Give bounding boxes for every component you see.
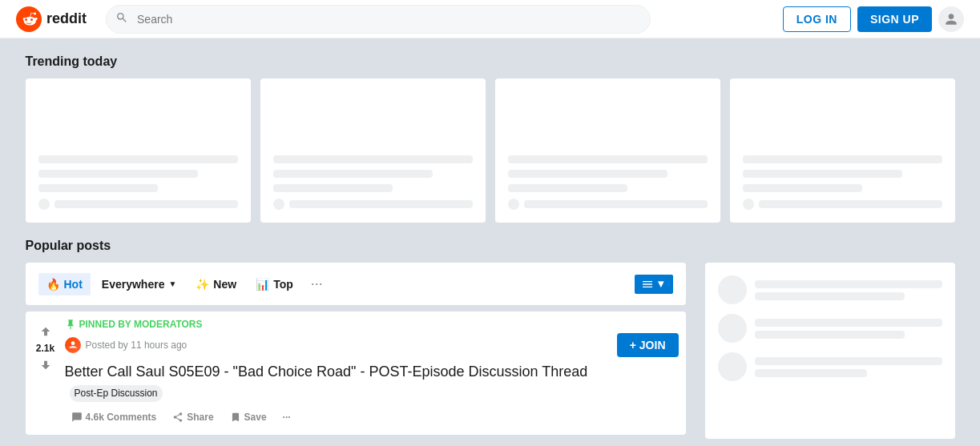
sidebar-skeleton <box>718 275 942 381</box>
signup-button[interactable]: SIGN UP <box>857 6 932 32</box>
post-card[interactable]: 2.1k PINNED BY MODERATORS Posted b <box>26 311 686 435</box>
skeleton <box>508 155 708 163</box>
sidebar-skeleton-row <box>718 275 942 304</box>
posted-by-text: Posted by 11 hours ago <box>86 340 188 351</box>
comments-label: 4.6k Comments <box>86 412 157 423</box>
save-icon <box>230 412 241 423</box>
skeleton <box>38 199 238 210</box>
upvote-icon <box>39 325 52 338</box>
skeleton <box>38 199 50 210</box>
popular-section: 🔥 Hot Everywhere ▼ ✨ New 📊 Top ··· <box>26 263 955 439</box>
skeleton-lines <box>755 319 942 339</box>
skeleton <box>508 184 627 192</box>
sidebar <box>705 263 955 439</box>
skeleton <box>755 280 942 288</box>
header-actions: LOG IN SIGN UP <box>783 6 964 32</box>
downvote-icon <box>39 359 52 372</box>
everywhere-label: Everywhere <box>102 278 165 291</box>
share-button[interactable]: Share <box>166 407 220 428</box>
top-filter-button[interactable]: 📊 Top <box>248 273 301 295</box>
fire-icon: 🔥 <box>46 278 60 291</box>
post-actions: 4.6k Comments Share Save ··· <box>65 407 679 428</box>
pinned-label: PINNED BY MODERATORS <box>65 319 679 330</box>
search-area <box>106 5 651 34</box>
save-label: Save <box>244 412 267 423</box>
skeleton-dot <box>718 275 747 304</box>
layout-controls: ▼ <box>635 275 672 294</box>
layout-toggle-button[interactable]: ▼ <box>635 275 672 294</box>
user-menu-icon[interactable] <box>938 6 964 32</box>
skeleton <box>759 200 942 208</box>
hot-filter-button[interactable]: 🔥 Hot <box>38 273 91 295</box>
trending-card-2[interactable] <box>260 78 486 223</box>
skeleton <box>508 170 667 178</box>
skeleton <box>755 319 942 327</box>
site-header: reddit LOG IN SIGN UP <box>0 0 980 38</box>
post-flair[interactable]: Post-Ep Discussion <box>70 385 163 402</box>
skeleton <box>508 199 708 210</box>
bar-chart-icon: 📊 <box>256 278 269 291</box>
login-button[interactable]: LOG IN <box>783 6 851 32</box>
svg-point-3 <box>71 341 75 345</box>
posts-area: 🔥 Hot Everywhere ▼ ✨ New 📊 Top ··· <box>26 263 686 439</box>
avatar-icon <box>67 340 79 351</box>
sidebar-card <box>705 263 955 439</box>
trending-card-1[interactable] <box>26 78 251 223</box>
post-body: PINNED BY MODERATORS Posted by 11 hours … <box>65 319 679 428</box>
svg-point-1 <box>25 18 27 21</box>
comments-button[interactable]: 4.6k Comments <box>65 407 163 428</box>
skeleton <box>38 184 158 192</box>
trending-card-3[interactable] <box>495 78 720 223</box>
skeleton <box>743 184 862 192</box>
poster-avatar <box>65 337 81 353</box>
skeleton <box>38 170 198 178</box>
skeleton <box>755 331 905 339</box>
skeleton <box>743 199 754 210</box>
save-button[interactable]: Save <box>224 407 273 428</box>
more-options-button[interactable]: ··· <box>276 407 297 428</box>
skeleton-lines <box>755 280 942 300</box>
post-title[interactable]: Better Call Saul S05E09 - "Bad Choice Ro… <box>65 362 679 402</box>
vote-count: 2.1k <box>36 343 54 354</box>
new-label: New <box>213 278 236 291</box>
popular-title: Popular posts <box>26 239 955 253</box>
skeleton <box>273 199 473 210</box>
skeleton <box>38 155 238 163</box>
pinned-text: PINNED BY MODERATORS <box>79 319 203 330</box>
main-content: Trending today <box>10 38 971 446</box>
layout-icon <box>641 278 654 291</box>
downvote-button[interactable] <box>36 356 55 375</box>
skeleton <box>508 199 519 210</box>
post-meta: Posted by 11 hours ago + JOIN <box>65 333 679 357</box>
skeleton <box>755 292 905 300</box>
logo[interactable]: reddit <box>16 6 87 32</box>
more-filters-button[interactable]: ··· <box>304 271 329 297</box>
skeleton <box>273 155 473 163</box>
upvote-button[interactable] <box>36 322 55 341</box>
sidebar-skeleton-row-2 <box>718 314 942 343</box>
logo-text: reddit <box>46 10 87 27</box>
everywhere-filter-button[interactable]: Everywhere ▼ <box>94 273 185 295</box>
comment-icon <box>71 412 83 423</box>
ellipsis-icon: ··· <box>283 412 291 423</box>
share-icon <box>172 412 183 423</box>
skeleton <box>54 200 238 208</box>
trending-card-4[interactable] <box>730 78 955 223</box>
vote-column: 2.1k <box>33 319 58 428</box>
skeleton <box>273 199 284 210</box>
reddit-logo-icon <box>16 6 42 32</box>
join-button[interactable]: + JOIN <box>617 333 679 357</box>
skeleton <box>743 170 902 178</box>
top-label: Top <box>273 278 293 291</box>
skeleton <box>755 357 942 365</box>
chevron-down-icon: ▼ <box>655 278 666 290</box>
chevron-down-icon: ▼ <box>168 279 176 288</box>
sidebar-skeleton-row-3 <box>718 352 942 381</box>
share-label: Share <box>187 412 213 423</box>
pin-icon <box>65 319 76 330</box>
search-input[interactable] <box>106 5 651 34</box>
ellipsis-icon: ··· <box>311 275 323 291</box>
skeleton <box>524 200 708 208</box>
skeleton <box>273 170 433 178</box>
new-filter-button[interactable]: ✨ New <box>188 273 244 295</box>
